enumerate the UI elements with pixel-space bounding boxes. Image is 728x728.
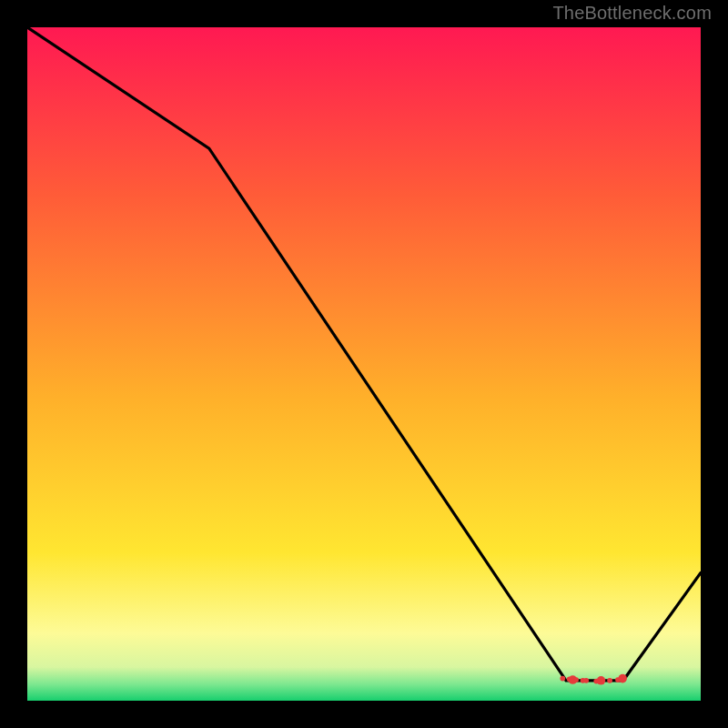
chart-svg bbox=[27, 27, 701, 701]
attribution-label: TheBottleneck.com bbox=[552, 3, 712, 24]
data-point bbox=[560, 676, 565, 682]
chart-wrapper: TheBottleneck.com bbox=[0, 0, 728, 728]
data-point bbox=[607, 678, 612, 683]
plot-frame bbox=[27, 27, 701, 701]
data-point bbox=[573, 677, 579, 682]
data-point bbox=[618, 674, 627, 683]
chart-background bbox=[27, 27, 701, 701]
data-point bbox=[583, 678, 589, 683]
data-point bbox=[597, 676, 606, 685]
